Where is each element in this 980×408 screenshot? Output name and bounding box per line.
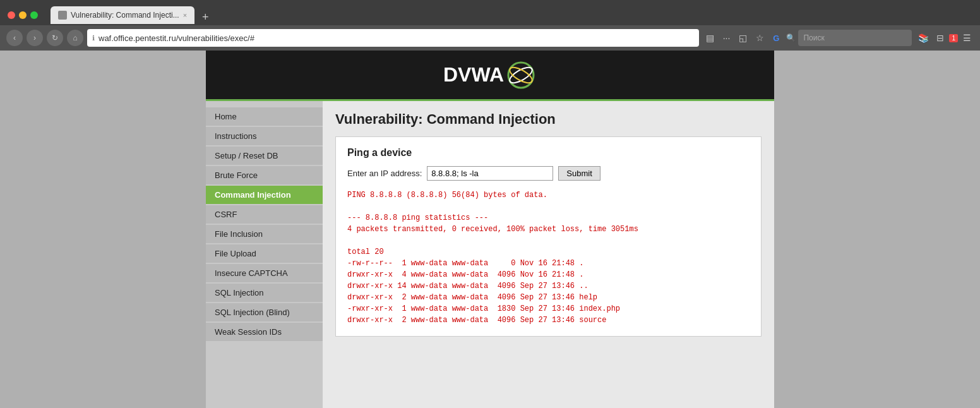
sidebar-item-instructions[interactable]: Instructions xyxy=(206,127,323,145)
sidebar-item-home[interactable]: Home xyxy=(206,107,323,126)
page-container: DVWA Home Instructions Setup / Reset DB … xyxy=(206,51,774,408)
search-icon: 🔍 xyxy=(786,33,796,42)
back-button[interactable]: ‹ xyxy=(6,30,23,46)
search-input[interactable] xyxy=(798,30,912,46)
ip-address-input[interactable] xyxy=(427,166,553,181)
sidebar-item-command-injection[interactable]: Command Injection xyxy=(206,186,323,204)
address-bar[interactable]: ℹ waf.office.pentestit.ru/vulnerabilitie… xyxy=(87,29,699,47)
nav-actions: ▤ ··· ◱ ☆ G xyxy=(703,31,783,45)
security-icon: ℹ xyxy=(92,34,95,42)
sidebar-item-csrf[interactable]: CSRF xyxy=(206,205,323,224)
ip-input-label: Enter an IP address: xyxy=(347,169,422,178)
new-tab-button[interactable]: + xyxy=(197,11,214,24)
star-button[interactable]: ☆ xyxy=(753,31,767,45)
library-button[interactable]: 📚 xyxy=(916,32,931,44)
close-window-button[interactable] xyxy=(8,11,15,19)
toolbar-right: 📚 ⊟ 1 ☰ xyxy=(916,32,974,44)
tab-bar: Vulnerability: Command Injecti... × + xyxy=(51,6,972,24)
search-area: 🔍 xyxy=(786,30,912,46)
card-title: Ping a device xyxy=(347,147,750,159)
reader-mode-button[interactable]: ▤ xyxy=(703,31,717,45)
pocket-button[interactable]: ◱ xyxy=(736,31,750,45)
sidebar-item-setup[interactable]: Setup / Reset DB xyxy=(206,147,323,165)
window-controls xyxy=(8,11,38,19)
home-button[interactable]: ⌂ xyxy=(67,30,83,46)
bookmark-badge[interactable]: 1 xyxy=(949,34,958,42)
tab-close-button[interactable]: × xyxy=(183,11,187,19)
url-prefix: waf.office. xyxy=(99,33,135,43)
browser-chrome: Vulnerability: Command Injecti... × + ‹ … xyxy=(0,0,980,51)
url-path: /vulnerabilities/exec/# xyxy=(176,33,254,43)
sidebar-toggle-button[interactable]: ⊟ xyxy=(934,32,947,44)
tab-favicon xyxy=(58,11,67,20)
vulnerability-card: Ping a device Enter an IP address: Submi… xyxy=(335,136,762,337)
submit-button[interactable]: Submit xyxy=(558,166,600,181)
tab-title: Vulnerability: Command Injecti... xyxy=(71,11,179,20)
sidebar-item-brute-force[interactable]: Brute Force xyxy=(206,166,323,184)
sidebar-item-file-inclusion[interactable]: File Inclusion xyxy=(206,225,323,243)
ip-input-row: Enter an IP address: Submit xyxy=(347,166,750,181)
hamburger-menu-button[interactable]: ☰ xyxy=(960,32,974,44)
url-domain: pentestit.ru xyxy=(135,33,176,43)
refresh-button[interactable]: ↻ xyxy=(47,30,63,46)
url-display: waf.office.pentestit.ru/vulnerabilities/… xyxy=(99,33,694,43)
sidebar-item-file-upload[interactable]: File Upload xyxy=(206,244,323,263)
dvwa-logo: DVWA xyxy=(443,59,537,91)
sidebar-item-insecure-captcha[interactable]: Insecure CAPTCHA xyxy=(206,264,323,282)
active-tab[interactable]: Vulnerability: Command Injecti... × xyxy=(51,6,194,24)
dvwa-logo-icon xyxy=(505,59,537,91)
content-area: Vulnerability: Command Injection Ping a … xyxy=(323,101,774,408)
maximize-window-button[interactable] xyxy=(30,11,38,19)
page-title: Vulnerability: Command Injection xyxy=(335,111,762,128)
dvwa-header: DVWA xyxy=(206,51,774,101)
menu-dots-button[interactable]: ··· xyxy=(720,31,734,45)
sidebar-item-weak-session-ids[interactable]: Weak Session IDs xyxy=(206,323,323,341)
main-layout: Home Instructions Setup / Reset DB Brute… xyxy=(206,101,774,408)
command-output: PING 8.8.8.8 (8.8.8.8) 56(84) bytes of d… xyxy=(347,189,750,326)
minimize-window-button[interactable] xyxy=(19,11,27,19)
sidebar-item-sql-injection-blind[interactable]: SQL Injection (Blind) xyxy=(206,303,323,321)
forward-button[interactable]: › xyxy=(27,30,43,46)
sidebar: Home Instructions Setup / Reset DB Brute… xyxy=(206,101,323,408)
title-bar: Vulnerability: Command Injecti... × + xyxy=(0,0,980,25)
sidebar-item-sql-injection[interactable]: SQL Injection xyxy=(206,284,323,302)
nav-bar: ‹ › ↻ ⌂ ℹ waf.office.pentestit.ru/vulner… xyxy=(0,25,980,51)
dvwa-logo-text: DVWA xyxy=(443,63,504,87)
page-background: DVWA Home Instructions Setup / Reset DB … xyxy=(0,51,980,408)
google-button[interactable]: G xyxy=(770,32,782,45)
